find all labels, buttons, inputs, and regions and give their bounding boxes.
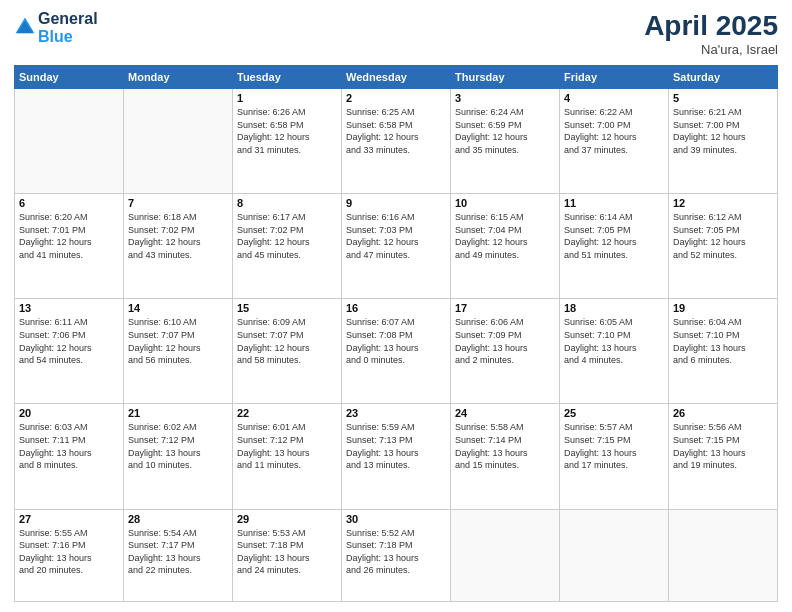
day-info: Sunrise: 6:17 AMSunset: 7:02 PMDaylight:… [237,211,337,261]
day-number: 15 [237,302,337,314]
day-number: 18 [564,302,664,314]
day-info: Sunrise: 6:18 AMSunset: 7:02 PMDaylight:… [128,211,228,261]
title-block: April 2025 Na'ura, Israel [644,10,778,57]
logo: General Blue [14,10,98,45]
day-number: 29 [237,513,337,525]
col-saturday: Saturday [669,66,778,89]
day-info: Sunrise: 6:20 AMSunset: 7:01 PMDaylight:… [19,211,119,261]
table-row: 12Sunrise: 6:12 AMSunset: 7:05 PMDayligh… [669,194,778,299]
col-friday: Friday [560,66,669,89]
day-number: 6 [19,197,119,209]
table-row: 5Sunrise: 6:21 AMSunset: 7:00 PMDaylight… [669,89,778,194]
day-number: 12 [673,197,773,209]
location: Na'ura, Israel [644,42,778,57]
day-info: Sunrise: 5:53 AMSunset: 7:18 PMDaylight:… [237,527,337,577]
day-number: 25 [564,407,664,419]
day-number: 20 [19,407,119,419]
day-info: Sunrise: 6:05 AMSunset: 7:10 PMDaylight:… [564,316,664,366]
day-info: Sunrise: 5:57 AMSunset: 7:15 PMDaylight:… [564,421,664,471]
table-row: 26Sunrise: 5:56 AMSunset: 7:15 PMDayligh… [669,404,778,509]
logo-line2: Blue [38,28,98,46]
day-info: Sunrise: 6:07 AMSunset: 7:08 PMDaylight:… [346,316,446,366]
day-number: 2 [346,92,446,104]
month-title: April 2025 [644,10,778,42]
day-number: 8 [237,197,337,209]
day-number: 22 [237,407,337,419]
table-row: 1Sunrise: 6:26 AMSunset: 6:58 PMDaylight… [233,89,342,194]
day-number: 27 [19,513,119,525]
day-number: 7 [128,197,228,209]
table-row: 4Sunrise: 6:22 AMSunset: 7:00 PMDaylight… [560,89,669,194]
day-number: 9 [346,197,446,209]
day-number: 16 [346,302,446,314]
calendar-header-row: Sunday Monday Tuesday Wednesday Thursday… [15,66,778,89]
calendar-table: Sunday Monday Tuesday Wednesday Thursday… [14,65,778,602]
table-row: 16Sunrise: 6:07 AMSunset: 7:08 PMDayligh… [342,299,451,404]
table-row: 2Sunrise: 6:25 AMSunset: 6:58 PMDaylight… [342,89,451,194]
day-number: 19 [673,302,773,314]
day-number: 14 [128,302,228,314]
day-number: 5 [673,92,773,104]
day-number: 23 [346,407,446,419]
day-info: Sunrise: 6:02 AMSunset: 7:12 PMDaylight:… [128,421,228,471]
header: General Blue April 2025 Na'ura, Israel [14,10,778,57]
day-number: 24 [455,407,555,419]
logo-line1: General [38,10,98,28]
day-number: 26 [673,407,773,419]
day-info: Sunrise: 6:16 AMSunset: 7:03 PMDaylight:… [346,211,446,261]
day-number: 4 [564,92,664,104]
col-wednesday: Wednesday [342,66,451,89]
table-row: 10Sunrise: 6:15 AMSunset: 7:04 PMDayligh… [451,194,560,299]
table-row [124,89,233,194]
table-row: 27Sunrise: 5:55 AMSunset: 7:16 PMDayligh… [15,509,124,601]
day-info: Sunrise: 6:25 AMSunset: 6:58 PMDaylight:… [346,106,446,156]
table-row: 17Sunrise: 6:06 AMSunset: 7:09 PMDayligh… [451,299,560,404]
table-row: 28Sunrise: 5:54 AMSunset: 7:17 PMDayligh… [124,509,233,601]
day-number: 28 [128,513,228,525]
day-info: Sunrise: 6:10 AMSunset: 7:07 PMDaylight:… [128,316,228,366]
table-row: 29Sunrise: 5:53 AMSunset: 7:18 PMDayligh… [233,509,342,601]
table-row: 6Sunrise: 6:20 AMSunset: 7:01 PMDaylight… [15,194,124,299]
day-info: Sunrise: 5:55 AMSunset: 7:16 PMDaylight:… [19,527,119,577]
day-number: 11 [564,197,664,209]
col-sunday: Sunday [15,66,124,89]
table-row: 20Sunrise: 6:03 AMSunset: 7:11 PMDayligh… [15,404,124,509]
day-info: Sunrise: 6:15 AMSunset: 7:04 PMDaylight:… [455,211,555,261]
day-info: Sunrise: 6:14 AMSunset: 7:05 PMDaylight:… [564,211,664,261]
day-info: Sunrise: 6:21 AMSunset: 7:00 PMDaylight:… [673,106,773,156]
day-info: Sunrise: 5:59 AMSunset: 7:13 PMDaylight:… [346,421,446,471]
table-row: 21Sunrise: 6:02 AMSunset: 7:12 PMDayligh… [124,404,233,509]
day-info: Sunrise: 6:04 AMSunset: 7:10 PMDaylight:… [673,316,773,366]
day-number: 3 [455,92,555,104]
day-info: Sunrise: 5:56 AMSunset: 7:15 PMDaylight:… [673,421,773,471]
day-info: Sunrise: 6:24 AMSunset: 6:59 PMDaylight:… [455,106,555,156]
day-number: 30 [346,513,446,525]
table-row: 11Sunrise: 6:14 AMSunset: 7:05 PMDayligh… [560,194,669,299]
day-info: Sunrise: 6:26 AMSunset: 6:58 PMDaylight:… [237,106,337,156]
table-row: 23Sunrise: 5:59 AMSunset: 7:13 PMDayligh… [342,404,451,509]
day-info: Sunrise: 6:12 AMSunset: 7:05 PMDaylight:… [673,211,773,261]
col-thursday: Thursday [451,66,560,89]
day-info: Sunrise: 5:58 AMSunset: 7:14 PMDaylight:… [455,421,555,471]
logo-icon [14,16,36,38]
day-number: 10 [455,197,555,209]
table-row [669,509,778,601]
table-row: 13Sunrise: 6:11 AMSunset: 7:06 PMDayligh… [15,299,124,404]
table-row: 30Sunrise: 5:52 AMSunset: 7:18 PMDayligh… [342,509,451,601]
table-row [15,89,124,194]
day-info: Sunrise: 6:03 AMSunset: 7:11 PMDaylight:… [19,421,119,471]
day-info: Sunrise: 6:11 AMSunset: 7:06 PMDaylight:… [19,316,119,366]
table-row: 25Sunrise: 5:57 AMSunset: 7:15 PMDayligh… [560,404,669,509]
day-info: Sunrise: 6:22 AMSunset: 7:00 PMDaylight:… [564,106,664,156]
table-row [451,509,560,601]
table-row [560,509,669,601]
table-row: 7Sunrise: 6:18 AMSunset: 7:02 PMDaylight… [124,194,233,299]
day-number: 17 [455,302,555,314]
day-number: 1 [237,92,337,104]
table-row: 22Sunrise: 6:01 AMSunset: 7:12 PMDayligh… [233,404,342,509]
day-info: Sunrise: 6:06 AMSunset: 7:09 PMDaylight:… [455,316,555,366]
table-row: 18Sunrise: 6:05 AMSunset: 7:10 PMDayligh… [560,299,669,404]
day-info: Sunrise: 5:52 AMSunset: 7:18 PMDaylight:… [346,527,446,577]
table-row: 8Sunrise: 6:17 AMSunset: 7:02 PMDaylight… [233,194,342,299]
table-row: 15Sunrise: 6:09 AMSunset: 7:07 PMDayligh… [233,299,342,404]
